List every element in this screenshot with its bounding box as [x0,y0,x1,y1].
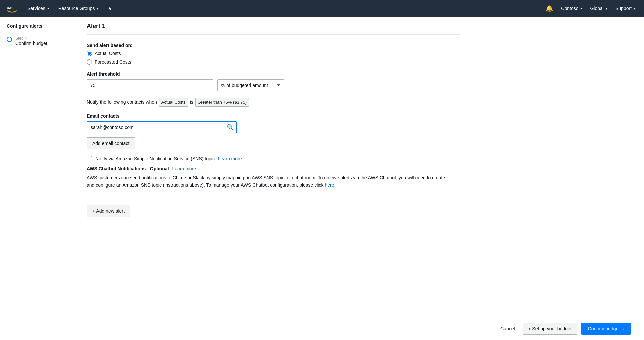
notify-description: Notify the following contacts when Actua… [87,98,460,107]
page-content: Alert 1 Send alert based on: Actual Cost… [73,17,473,230]
alert-section-header: Alert 1 [87,17,460,35]
chatbot-learn-more-link[interactable]: Learn more [172,166,196,171]
forecasted-costs-radio[interactable] [87,59,92,65]
forecasted-costs-text: Forecasted Costs [95,59,131,65]
add-new-alert-button[interactable]: + Add new alert [87,205,130,217]
forecasted-costs-radio-label[interactable]: Forecasted Costs [87,59,460,65]
sns-label: Notify via Amazon Simple Notification Se… [95,156,215,161]
setup-budget-button[interactable]: ‹ Set up your budget [523,323,577,335]
support-chevron-icon: ▾ [634,7,635,10]
cancel-button[interactable]: Cancel [496,323,519,334]
chevron-left-icon: ‹ [529,326,530,331]
add-email-contact-button[interactable]: Add email contact [87,137,135,149]
send-alert-group: Send alert based on: Actual Costs Foreca… [87,43,460,65]
sns-checkbox-row: Notify via Amazon Simple Notification Se… [87,156,460,161]
global-chevron-icon: ▾ [606,7,607,10]
alert-title: Alert 1 [87,23,460,30]
step-label: Step 4 [15,36,47,41]
step-circle-icon [7,37,12,42]
aws-logo: aws [5,2,19,15]
contoso-nav[interactable]: Contoso ▾ [558,4,585,13]
sidebar: Configure alerts Step 4 Confirm budget [0,17,73,317]
confirm-budget-button[interactable]: Confirm budget › [581,323,631,335]
sns-checkbox[interactable] [87,156,92,161]
star-icon: ★ [108,6,112,11]
top-navigation: aws Services ▾ Resource Groups ▾ ★ 🔔 Con… [0,0,644,17]
email-contacts-label: Email contacts [87,113,460,119]
email-contacts-group: Email contacts 🔍 Add email contact [87,113,460,149]
contoso-chevron-icon: ▾ [580,7,582,10]
support-nav[interactable]: Support ▾ [612,4,639,13]
chatbot-section: AWS Chatbot Notifications - Optional Lea… [87,166,460,189]
sidebar-step-4: Step 4 Confirm budget [0,34,73,48]
chevron-right-icon: › [622,326,624,331]
send-alert-label: Send alert based on: [87,43,460,48]
section-divider [87,197,460,197]
actual-costs-radio-label[interactable]: Actual Costs [87,51,460,56]
resource-groups-nav[interactable]: Resource Groups ▾ [55,4,102,13]
threshold-row: % of budgeted amount [87,79,460,91]
sns-learn-more-link[interactable]: Learn more [218,156,242,161]
email-lock-icon: 🔍 [227,124,234,131]
global-nav[interactable]: Global ▾ [587,4,610,13]
notify-is-text: is [190,99,193,105]
resource-groups-chevron-icon: ▾ [97,7,98,10]
chatbot-here-link[interactable]: here [325,182,334,188]
sidebar-section-title: Configure alerts [0,23,73,34]
svg-text:aws: aws [7,6,14,10]
step-info: Step 4 Confirm budget [15,36,47,46]
chatbot-description: AWS customers can send notifications to … [87,174,453,189]
content-area: Alert 1 Send alert based on: Actual Cost… [73,17,644,317]
threshold-unit-select[interactable]: % of budgeted amount [217,79,284,91]
favorites-nav[interactable]: ★ [104,4,115,13]
email-input[interactable] [87,121,237,133]
footer: Cancel ‹ Set up your budget Confirm budg… [0,317,644,340]
actual-costs-text: Actual Costs [95,51,121,56]
email-input-wrapper: 🔍 [87,121,237,133]
alert-type-radio-group: Actual Costs Forecasted Costs [87,51,460,65]
notify-condition-badge: Greater than 75% ($3.75) [195,98,249,107]
actual-costs-radio[interactable] [87,51,92,56]
step-name: Confirm budget [15,41,47,46]
alert-threshold-group: Alert threshold % of budgeted amount [87,71,460,91]
chatbot-title: AWS Chatbot Notifications - Optional Lea… [87,166,460,171]
services-chevron-icon: ▾ [47,7,49,10]
alert-threshold-label: Alert threshold [87,71,460,77]
notify-metric-badge: Actual Costs [159,98,188,107]
nav-right: 🔔 Contoso ▾ Global ▾ Support ▾ [542,3,639,14]
main-layout: Configure alerts Step 4 Confirm budget A… [0,17,644,317]
notifications-bell-icon[interactable]: 🔔 [542,3,556,14]
notify-prefix-text: Notify the following contacts when [87,99,157,105]
threshold-value-input[interactable] [87,79,213,91]
services-nav[interactable]: Services ▾ [24,4,52,13]
